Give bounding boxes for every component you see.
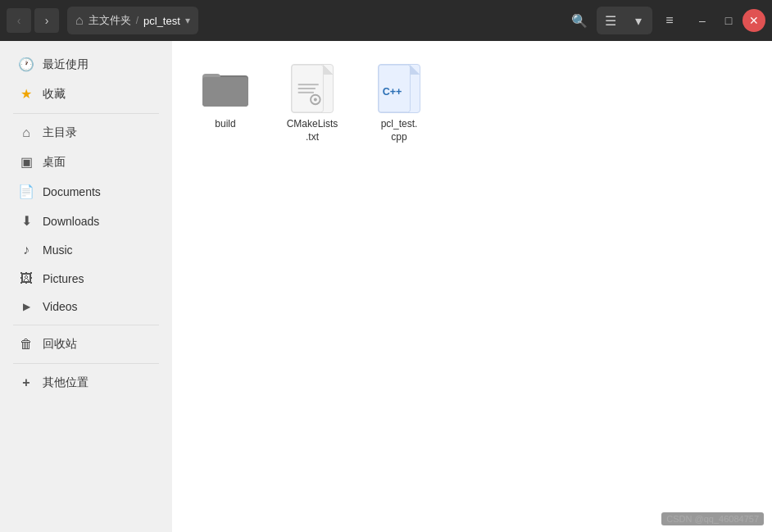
svg-point-10 [314,98,317,102]
watermark: CSDN @qq_46084757 [661,512,764,525]
forward-button[interactable]: › [34,8,59,33]
documents-icon: 📄 [18,184,34,199]
breadcrumb-current-label: pcl_test [143,15,180,27]
sidebar-item-desktop[interactable]: ▣ 桌面 [5,148,167,176]
file-item-build[interactable]: build [188,57,262,150]
sidebar-item-recent-label: 最近使用 [43,57,89,72]
bookmarks-icon: ★ [18,86,34,102]
sidebar-item-downloads-label: Downloads [43,215,99,228]
sidebar-item-desktop-label: 桌面 [43,155,66,170]
file-item-pcl-test[interactable]: C++ pcl_test.cpp [362,57,436,150]
svg-marker-4 [323,65,333,75]
home-dir-icon: ⌂ [18,125,34,140]
view-options-button[interactable]: ▾ [624,7,652,34]
sidebar-item-downloads[interactable]: ⬇ Downloads [5,207,167,235]
sidebar-separator-2 [13,325,159,325]
view-dropdown-icon: ▾ [635,13,642,29]
sidebar-item-pictures[interactable]: 🖼 Pictures [5,265,167,293]
back-icon: ‹ [17,14,21,27]
svg-marker-12 [410,65,420,75]
sidebar-item-home[interactable]: ⌂ 主目录 [5,119,167,147]
view-toggle-group: ☰ ▾ [597,7,652,34]
maximize-button[interactable]: □ [716,8,741,33]
desktop-icon: ▣ [18,154,34,170]
file-area: build [172,41,772,532]
toolbar-right: 🔍 ☰ ▾ ≡ – □ ✕ [565,7,765,34]
close-icon: ✕ [749,14,759,27]
sidebar-item-videos-label: Videos [43,300,78,313]
sidebar-item-music[interactable]: ♪ Music [5,236,167,264]
svg-rect-2 [202,77,248,107]
sidebar-item-home-label: 主目录 [43,125,77,140]
cmake-file-icon [288,64,337,113]
folder-icon-build [201,64,250,113]
sidebar-item-trash-label: 回收站 [43,337,77,352]
back-button[interactable]: ‹ [7,8,31,33]
sidebar-item-music-label: Music [43,243,73,257]
file-label-cmakelists: CMakeLists.txt [287,118,338,143]
recent-icon: 🕐 [18,57,34,72]
trash-icon: 🗑 [18,337,34,352]
breadcrumb: ⌂ 主文件夹 / pcl_test ▾ [67,7,198,34]
sidebar-item-videos[interactable]: ▶ Videos [5,293,167,320]
file-label-build: build [215,118,235,131]
downloads-icon: ⬇ [18,213,34,229]
sidebar-item-documents-label: Documents [43,185,101,198]
sidebar-item-other-label: 其他位置 [43,375,89,390]
file-label-pcl-test: pcl_test.cpp [381,118,418,143]
minimize-icon: – [699,14,706,27]
svg-text:C++: C++ [383,86,402,98]
sidebar-item-pictures-label: Pictures [43,272,84,285]
sidebar-item-documents[interactable]: 📄 Documents [5,177,167,206]
sidebar-item-trash[interactable]: 🗑 回收站 [5,330,167,358]
svg-marker-13 [410,65,420,75]
minimize-button[interactable]: – [690,8,715,33]
close-button[interactable]: ✕ [742,9,765,32]
search-icon: 🔍 [571,13,588,29]
pictures-icon: 🖼 [18,271,34,286]
breadcrumb-dropdown-icon[interactable]: ▾ [185,15,190,26]
maximize-icon: □ [725,14,732,27]
main-content: 🕐 最近使用 ★ 收藏 ⌂ 主目录 ▣ 桌面 📄 Documents ⬇ Dow… [0,41,772,532]
sidebar-item-recent[interactable]: 🕐 最近使用 [5,50,167,79]
svg-marker-5 [323,65,333,75]
list-view-button[interactable]: ☰ [597,7,624,34]
home-icon: ⌂ [75,13,84,28]
cpp-file-icon: C++ [375,64,424,113]
breadcrumb-home-label: 主文件夹 [89,13,131,28]
videos-icon: ▶ [18,301,34,312]
forward-icon: › [45,14,49,27]
sidebar-separator-3 [13,363,159,364]
file-item-cmakelists[interactable]: CMakeLists.txt [275,57,349,150]
sidebar-item-bookmarks[interactable]: ★ 收藏 [5,80,167,108]
search-button[interactable]: 🔍 [565,7,593,34]
menu-icon: ≡ [665,13,673,28]
list-view-icon: ☰ [605,13,616,29]
titlebar: ‹ › ⌂ 主文件夹 / pcl_test ▾ 🔍 ☰ ▾ ≡ – [0,0,772,41]
music-icon: ♪ [18,243,34,257]
sidebar-item-other[interactable]: + 其他位置 [5,369,167,397]
sidebar-item-bookmarks-label: 收藏 [43,87,66,102]
breadcrumb-separator: / [136,15,139,26]
sidebar-separator-1 [13,113,159,114]
file-grid: build [188,57,756,150]
other-places-icon: + [18,375,34,390]
sidebar: 🕐 最近使用 ★ 收藏 ⌂ 主目录 ▣ 桌面 📄 Documents ⬇ Dow… [0,41,172,532]
window-controls: – □ ✕ [690,8,765,33]
menu-button[interactable]: ≡ [656,7,683,34]
